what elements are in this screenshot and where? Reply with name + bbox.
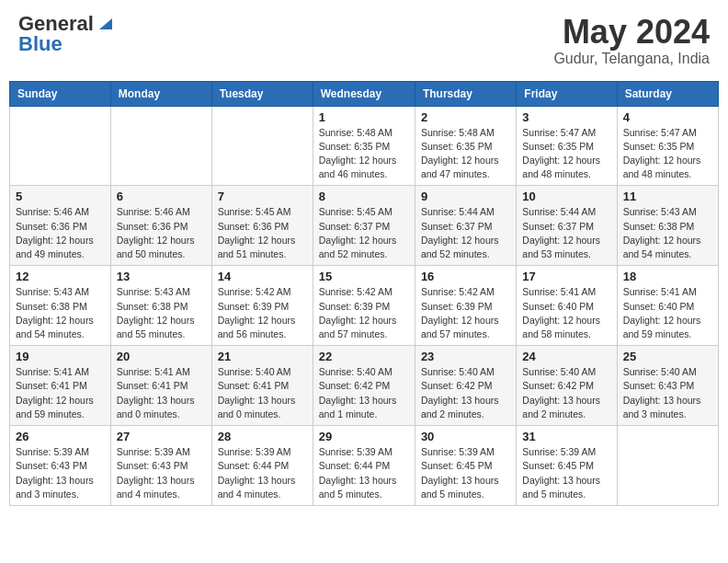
day-number: 5 [16, 190, 105, 203]
day-info: Sunrise: 5:40 AM Sunset: 6:42 PM Dayligh… [522, 365, 610, 421]
calendar-cell: 10Sunrise: 5:44 AM Sunset: 6:37 PM Dayli… [517, 186, 617, 266]
calendar-cell: 24Sunrise: 5:40 AM Sunset: 6:42 PM Dayli… [517, 346, 617, 426]
day-of-week-header: Monday [110, 81, 211, 106]
calendar-cell: 21Sunrise: 5:40 AM Sunset: 6:41 PM Dayli… [211, 346, 313, 426]
calendar-cell: 19Sunrise: 5:41 AM Sunset: 6:41 PM Dayli… [10, 346, 111, 426]
day-info: Sunrise: 5:40 AM Sunset: 6:41 PM Dayligh… [218, 365, 307, 421]
day-info: Sunrise: 5:48 AM Sunset: 6:35 PM Dayligh… [319, 126, 409, 182]
day-info: Sunrise: 5:47 AM Sunset: 6:35 PM Dayligh… [522, 126, 610, 182]
day-number: 9 [421, 190, 510, 203]
day-number: 15 [319, 270, 409, 283]
calendar-cell: 9Sunrise: 5:44 AM Sunset: 6:37 PM Daylig… [415, 186, 516, 266]
calendar-cell: 23Sunrise: 5:40 AM Sunset: 6:42 PM Dayli… [415, 346, 516, 426]
day-info: Sunrise: 5:43 AM Sunset: 6:38 PM Dayligh… [16, 285, 105, 341]
calendar-cell: 12Sunrise: 5:43 AM Sunset: 6:38 PM Dayli… [10, 266, 111, 346]
day-info: Sunrise: 5:40 AM Sunset: 6:43 PM Dayligh… [623, 365, 712, 421]
calendar-cell: 27Sunrise: 5:39 AM Sunset: 6:43 PM Dayli… [110, 426, 211, 506]
calendar-cell [110, 106, 211, 186]
location-subtitle: Gudur, Telangana, India [553, 51, 710, 67]
day-number: 26 [16, 430, 105, 443]
calendar-cell: 6Sunrise: 5:46 AM Sunset: 6:36 PM Daylig… [110, 186, 211, 266]
day-number: 12 [16, 270, 105, 283]
day-of-week-header: Friday [517, 81, 617, 106]
calendar-cell: 22Sunrise: 5:40 AM Sunset: 6:42 PM Dayli… [313, 346, 415, 426]
calendar-cell: 29Sunrise: 5:39 AM Sunset: 6:44 PM Dayli… [313, 426, 415, 506]
day-of-week-header: Sunday [10, 81, 111, 106]
calendar-cell: 18Sunrise: 5:41 AM Sunset: 6:40 PM Dayli… [617, 266, 718, 346]
calendar-cell: 5Sunrise: 5:46 AM Sunset: 6:36 PM Daylig… [10, 186, 111, 266]
day-number: 24 [522, 350, 610, 363]
svg-marker-0 [99, 18, 112, 29]
day-info: Sunrise: 5:41 AM Sunset: 6:40 PM Dayligh… [522, 285, 610, 341]
day-info: Sunrise: 5:41 AM Sunset: 6:40 PM Dayligh… [623, 285, 712, 341]
calendar-week-row: 1Sunrise: 5:48 AM Sunset: 6:35 PM Daylig… [10, 106, 719, 186]
day-info: Sunrise: 5:45 AM Sunset: 6:37 PM Dayligh… [319, 205, 409, 261]
calendar-cell: 25Sunrise: 5:40 AM Sunset: 6:43 PM Dayli… [617, 346, 718, 426]
day-info: Sunrise: 5:44 AM Sunset: 6:37 PM Dayligh… [421, 205, 510, 261]
calendar-header-row: SundayMondayTuesdayWednesdayThursdayFrid… [10, 81, 719, 106]
day-of-week-header: Saturday [617, 81, 718, 106]
day-info: Sunrise: 5:40 AM Sunset: 6:42 PM Dayligh… [421, 365, 510, 421]
calendar-cell: 14Sunrise: 5:42 AM Sunset: 6:39 PM Dayli… [211, 266, 313, 346]
day-info: Sunrise: 5:39 AM Sunset: 6:44 PM Dayligh… [218, 445, 307, 501]
day-number: 13 [117, 270, 206, 283]
day-of-week-header: Thursday [415, 81, 516, 106]
day-number: 20 [117, 350, 206, 363]
day-info: Sunrise: 5:39 AM Sunset: 6:43 PM Dayligh… [16, 445, 105, 501]
calendar-cell [617, 426, 718, 506]
title-section: May 2024 Gudur, Telangana, India [553, 14, 710, 67]
month-year-title: May 2024 [553, 14, 710, 51]
calendar-week-row: 19Sunrise: 5:41 AM Sunset: 6:41 PM Dayli… [10, 346, 719, 426]
day-info: Sunrise: 5:45 AM Sunset: 6:36 PM Dayligh… [218, 205, 307, 261]
day-of-week-header: Wednesday [313, 81, 415, 106]
day-number: 29 [319, 430, 409, 443]
calendar-cell: 31Sunrise: 5:39 AM Sunset: 6:45 PM Dayli… [517, 426, 617, 506]
day-number: 31 [522, 430, 610, 443]
logo: General Blue [18, 14, 112, 54]
calendar-cell: 3Sunrise: 5:47 AM Sunset: 6:35 PM Daylig… [517, 106, 617, 186]
day-info: Sunrise: 5:41 AM Sunset: 6:41 PM Dayligh… [117, 365, 206, 421]
logo-blue-text: Blue [18, 34, 63, 54]
calendar-week-row: 12Sunrise: 5:43 AM Sunset: 6:38 PM Dayli… [10, 266, 719, 346]
day-info: Sunrise: 5:46 AM Sunset: 6:36 PM Dayligh… [16, 205, 105, 261]
calendar-table: SundayMondayTuesdayWednesdayThursdayFrid… [9, 81, 719, 506]
calendar-cell [211, 106, 313, 186]
day-info: Sunrise: 5:42 AM Sunset: 6:39 PM Dayligh… [421, 285, 510, 341]
calendar-cell: 13Sunrise: 5:43 AM Sunset: 6:38 PM Dayli… [110, 266, 211, 346]
calendar-week-row: 5Sunrise: 5:46 AM Sunset: 6:36 PM Daylig… [10, 186, 719, 266]
day-info: Sunrise: 5:43 AM Sunset: 6:38 PM Dayligh… [117, 285, 206, 341]
day-info: Sunrise: 5:39 AM Sunset: 6:44 PM Dayligh… [319, 445, 409, 501]
day-number: 14 [218, 270, 307, 283]
day-info: Sunrise: 5:39 AM Sunset: 6:45 PM Dayligh… [522, 445, 610, 501]
calendar-week-row: 26Sunrise: 5:39 AM Sunset: 6:43 PM Dayli… [10, 426, 719, 506]
calendar-cell: 7Sunrise: 5:45 AM Sunset: 6:36 PM Daylig… [211, 186, 313, 266]
calendar-cell: 17Sunrise: 5:41 AM Sunset: 6:40 PM Dayli… [517, 266, 617, 346]
calendar-cell: 28Sunrise: 5:39 AM Sunset: 6:44 PM Dayli… [211, 426, 313, 506]
day-number: 27 [117, 430, 206, 443]
day-info: Sunrise: 5:40 AM Sunset: 6:42 PM Dayligh… [319, 365, 409, 421]
day-number: 3 [522, 110, 610, 124]
calendar-cell: 15Sunrise: 5:42 AM Sunset: 6:39 PM Dayli… [313, 266, 415, 346]
day-number: 10 [522, 190, 610, 203]
day-number: 28 [218, 430, 307, 443]
day-info: Sunrise: 5:46 AM Sunset: 6:36 PM Dayligh… [117, 205, 206, 261]
calendar-cell: 16Sunrise: 5:42 AM Sunset: 6:39 PM Dayli… [415, 266, 516, 346]
day-number: 19 [16, 350, 105, 363]
day-number: 17 [522, 270, 610, 283]
calendar-cell: 1Sunrise: 5:48 AM Sunset: 6:35 PM Daylig… [313, 106, 415, 186]
day-number: 6 [117, 190, 206, 203]
day-info: Sunrise: 5:42 AM Sunset: 6:39 PM Dayligh… [218, 285, 307, 341]
day-number: 16 [421, 270, 510, 283]
day-info: Sunrise: 5:42 AM Sunset: 6:39 PM Dayligh… [319, 285, 409, 341]
day-info: Sunrise: 5:47 AM Sunset: 6:35 PM Dayligh… [623, 126, 712, 182]
logo-triangle-icon [96, 15, 112, 31]
day-info: Sunrise: 5:48 AM Sunset: 6:35 PM Dayligh… [421, 126, 510, 182]
day-number: 11 [623, 190, 712, 203]
calendar-cell: 26Sunrise: 5:39 AM Sunset: 6:43 PM Dayli… [10, 426, 111, 506]
day-number: 21 [218, 350, 307, 363]
day-info: Sunrise: 5:41 AM Sunset: 6:41 PM Dayligh… [16, 365, 105, 421]
day-number: 22 [319, 350, 409, 363]
calendar-cell: 20Sunrise: 5:41 AM Sunset: 6:41 PM Dayli… [110, 346, 211, 426]
calendar-cell: 2Sunrise: 5:48 AM Sunset: 6:35 PM Daylig… [415, 106, 516, 186]
day-info: Sunrise: 5:39 AM Sunset: 6:45 PM Dayligh… [421, 445, 510, 501]
